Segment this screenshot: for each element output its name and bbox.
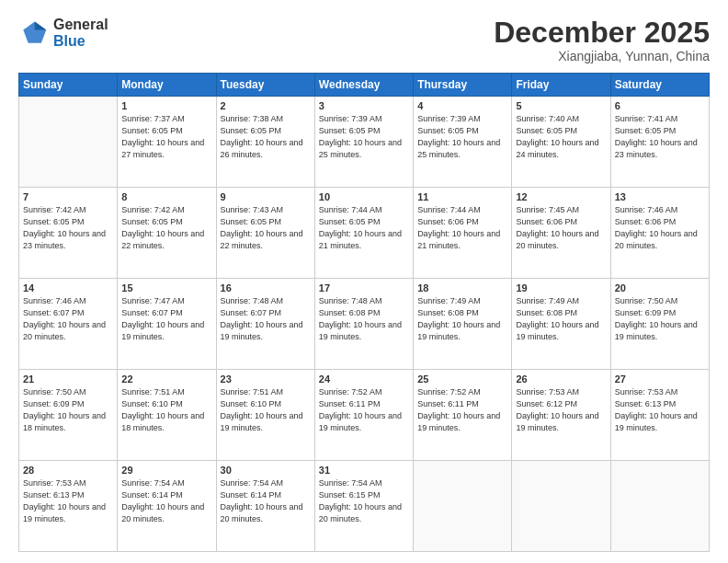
day-info: Sunrise: 7:51 AMSunset: 6:10 PMDaylight:… [221,386,311,434]
calendar-cell: 10Sunrise: 7:44 AMSunset: 6:05 PMDayligh… [314,188,413,279]
day-number: 22 [121,373,211,385]
day-info: Sunrise: 7:44 AMSunset: 6:06 PMDaylight:… [417,204,507,252]
calendar-cell: 29Sunrise: 7:54 AMSunset: 6:14 PMDayligh… [118,461,216,552]
day-number: 13 [615,191,705,202]
calendar-cell: 22Sunrise: 7:51 AMSunset: 6:10 PMDayligh… [118,370,216,461]
day-number: 3 [319,100,409,111]
calendar-cell: 5Sunrise: 7:40 AMSunset: 6:05 PMDaylight… [512,97,610,188]
day-info: Sunrise: 7:48 AMSunset: 6:07 PMDaylight:… [221,295,311,343]
day-number: 5 [516,100,606,111]
calendar-cell: 30Sunrise: 7:54 AMSunset: 6:14 PMDayligh… [216,461,314,552]
day-info: Sunrise: 7:48 AMSunset: 6:08 PMDaylight:… [319,295,409,343]
day-number: 15 [121,282,211,293]
day-number: 27 [615,373,705,385]
day-number: 11 [417,191,507,202]
calendar-cell [610,461,709,552]
calendar-cell: 8Sunrise: 7:42 AMSunset: 6:05 PMDaylight… [118,188,216,279]
weekday-header-saturday: Saturday [610,74,709,97]
calendar-cell: 9Sunrise: 7:43 AMSunset: 6:05 PMDaylight… [216,188,314,279]
calendar-cell: 26Sunrise: 7:53 AMSunset: 6:12 PMDayligh… [512,370,610,461]
calendar-cell: 2Sunrise: 7:38 AMSunset: 6:05 PMDaylight… [216,97,314,188]
calendar-cell: 7Sunrise: 7:42 AMSunset: 6:05 PMDaylight… [19,188,118,279]
calendar-cell: 21Sunrise: 7:50 AMSunset: 6:09 PMDayligh… [19,370,118,461]
calendar-week-3: 21Sunrise: 7:50 AMSunset: 6:09 PMDayligh… [19,370,710,461]
day-number: 23 [221,373,311,385]
day-number: 9 [221,191,311,202]
calendar-cell: 12Sunrise: 7:45 AMSunset: 6:06 PMDayligh… [512,188,610,279]
calendar-cell: 14Sunrise: 7:46 AMSunset: 6:07 PMDayligh… [19,279,118,370]
day-number: 28 [23,465,113,476]
day-info: Sunrise: 7:38 AMSunset: 6:05 PMDaylight:… [221,113,311,161]
logo-general-text: General [53,17,108,33]
day-number: 16 [221,282,311,293]
header: General Blue December 2025 Xiangjiaba, Y… [18,17,710,63]
day-info: Sunrise: 7:52 AMSunset: 6:11 PMDaylight:… [417,386,507,434]
day-number: 26 [516,373,606,385]
calendar-cell: 18Sunrise: 7:49 AMSunset: 6:08 PMDayligh… [414,279,512,370]
day-info: Sunrise: 7:53 AMSunset: 6:13 PMDaylight:… [23,477,113,525]
calendar-cell: 13Sunrise: 7:46 AMSunset: 6:06 PMDayligh… [610,188,709,279]
title-block: December 2025 Xiangjiaba, Yunnan, China [494,17,710,63]
calendar-cell: 1Sunrise: 7:37 AMSunset: 6:05 PMDaylight… [118,97,216,188]
weekday-header-tuesday: Tuesday [216,74,314,97]
svg-marker-1 [35,21,46,29]
calendar-week-0: 1Sunrise: 7:37 AMSunset: 6:05 PMDaylight… [19,97,710,188]
day-info: Sunrise: 7:54 AMSunset: 6:15 PMDaylight:… [319,477,409,525]
day-info: Sunrise: 7:43 AMSunset: 6:05 PMDaylight:… [221,204,311,252]
day-number: 17 [319,282,409,293]
day-info: Sunrise: 7:46 AMSunset: 6:07 PMDaylight:… [23,295,113,343]
day-number: 29 [121,465,211,476]
day-number: 21 [23,373,113,385]
day-number: 25 [417,373,507,385]
calendar-cell: 16Sunrise: 7:48 AMSunset: 6:07 PMDayligh… [216,279,314,370]
calendar-cell: 15Sunrise: 7:47 AMSunset: 6:07 PMDayligh… [118,279,216,370]
day-number: 19 [516,282,606,293]
calendar-week-2: 14Sunrise: 7:46 AMSunset: 6:07 PMDayligh… [19,279,710,370]
day-number: 31 [319,465,409,476]
page: General Blue December 2025 Xiangjiaba, Y… [0,0,728,563]
day-info: Sunrise: 7:49 AMSunset: 6:08 PMDaylight:… [417,295,507,343]
logo-icon [18,18,48,48]
calendar-cell: 27Sunrise: 7:53 AMSunset: 6:13 PMDayligh… [610,370,709,461]
day-info: Sunrise: 7:50 AMSunset: 6:09 PMDaylight:… [23,386,113,434]
calendar-table: SundayMondayTuesdayWednesdayThursdayFrid… [18,73,710,552]
weekday-header-row: SundayMondayTuesdayWednesdayThursdayFrid… [19,74,710,97]
calendar-week-4: 28Sunrise: 7:53 AMSunset: 6:13 PMDayligh… [19,461,710,552]
main-title: December 2025 [494,17,710,49]
weekday-header-wednesday: Wednesday [314,74,413,97]
day-number: 18 [417,282,507,293]
day-info: Sunrise: 7:49 AMSunset: 6:08 PMDaylight:… [516,295,606,343]
day-info: Sunrise: 7:46 AMSunset: 6:06 PMDaylight:… [615,204,705,252]
day-number: 8 [121,191,211,202]
day-number: 24 [319,373,409,385]
logo-blue-text: Blue [53,33,108,50]
day-info: Sunrise: 7:53 AMSunset: 6:12 PMDaylight:… [516,386,606,434]
day-info: Sunrise: 7:40 AMSunset: 6:05 PMDaylight:… [516,113,606,161]
day-number: 2 [221,100,311,111]
calendar-cell: 17Sunrise: 7:48 AMSunset: 6:08 PMDayligh… [314,279,413,370]
calendar-cell: 23Sunrise: 7:51 AMSunset: 6:10 PMDayligh… [216,370,314,461]
calendar-cell: 19Sunrise: 7:49 AMSunset: 6:08 PMDayligh… [512,279,610,370]
weekday-header-thursday: Thursday [414,74,512,97]
calendar-cell: 25Sunrise: 7:52 AMSunset: 6:11 PMDayligh… [414,370,512,461]
calendar-cell [512,461,610,552]
day-info: Sunrise: 7:37 AMSunset: 6:05 PMDaylight:… [121,113,211,161]
day-number: 20 [615,282,705,293]
calendar-cell: 24Sunrise: 7:52 AMSunset: 6:11 PMDayligh… [314,370,413,461]
day-info: Sunrise: 7:42 AMSunset: 6:05 PMDaylight:… [23,204,113,252]
day-info: Sunrise: 7:42 AMSunset: 6:05 PMDaylight:… [121,204,211,252]
day-info: Sunrise: 7:39 AMSunset: 6:05 PMDaylight:… [417,113,507,161]
weekday-header-sunday: Sunday [19,74,118,97]
day-info: Sunrise: 7:47 AMSunset: 6:07 PMDaylight:… [121,295,211,343]
day-info: Sunrise: 7:53 AMSunset: 6:13 PMDaylight:… [615,386,705,434]
subtitle: Xiangjiaba, Yunnan, China [494,49,710,63]
day-info: Sunrise: 7:54 AMSunset: 6:14 PMDaylight:… [221,477,311,525]
day-number: 30 [221,465,311,476]
calendar-cell: 4Sunrise: 7:39 AMSunset: 6:05 PMDaylight… [414,97,512,188]
day-number: 1 [121,100,211,111]
day-info: Sunrise: 7:44 AMSunset: 6:05 PMDaylight:… [319,204,409,252]
day-number: 6 [615,100,705,111]
day-number: 14 [23,282,113,293]
day-number: 4 [417,100,507,111]
calendar-cell: 28Sunrise: 7:53 AMSunset: 6:13 PMDayligh… [19,461,118,552]
